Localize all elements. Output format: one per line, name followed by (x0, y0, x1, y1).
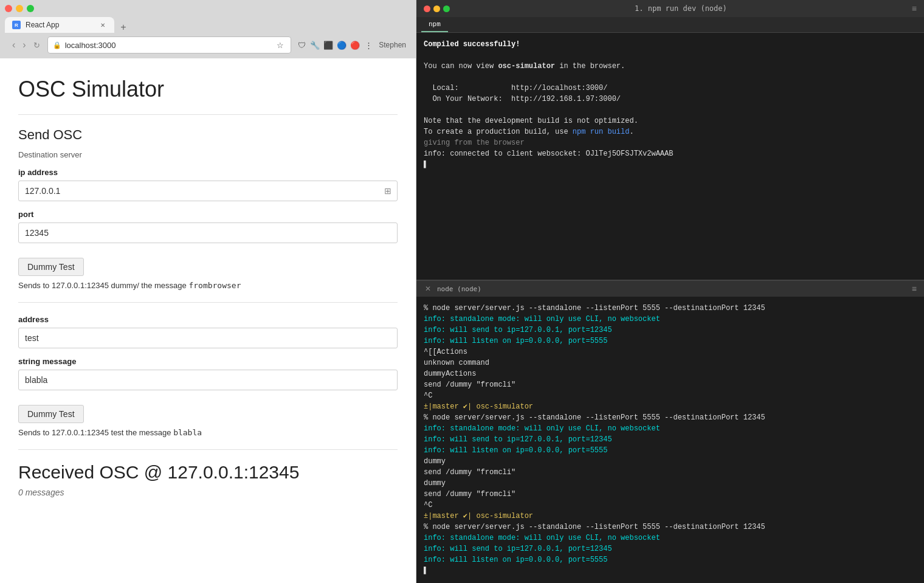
back-button[interactable]: ‹ (10, 38, 18, 52)
forward-button[interactable]: › (20, 38, 28, 52)
term1-menu-icon[interactable]: ≡ (912, 4, 917, 13)
divider-1 (18, 114, 398, 115)
port-input[interactable] (18, 223, 398, 243)
sends-code-1: frombrowser (188, 281, 241, 290)
send-osc-title: Send OSC (18, 127, 398, 143)
lock-icon: 🔒 (53, 41, 61, 49)
extension-icon-4[interactable]: 🔴 (350, 40, 360, 50)
sends-code-2: blabla (173, 428, 202, 437)
terminal-top: 1. npm run dev (node) ≡ npm Compiled suc… (416, 0, 924, 280)
string-message-label: string message (18, 357, 398, 366)
browser-tab-bar: R React App ✕ + (5, 17, 411, 33)
term1-min[interactable] (433, 5, 440, 12)
destination-server-group: Destination server (18, 150, 398, 159)
extension-icon-3[interactable]: 🔵 (336, 40, 347, 50)
port-label: port (18, 210, 398, 219)
divider-2 (18, 302, 398, 303)
terminal2-titlebar: ✕ node (node) ≡ (416, 281, 924, 297)
terminal-bottom: ✕ node (node) ≡ % node server/server.js … (416, 280, 924, 583)
ip-label: ip address (18, 168, 398, 177)
term1-tab-label: npm (429, 20, 441, 28)
dummy-test-button-1[interactable]: Dummy Test (18, 258, 84, 276)
terminal2-body: % node server/server.js --standalone --l… (416, 297, 924, 583)
dummy-test-button-2[interactable]: Dummy Test (18, 405, 84, 423)
browser-tab-react-app[interactable]: R React App ✕ (5, 17, 114, 33)
term2-menu-icon[interactable]: ≡ (912, 284, 917, 294)
port-group: port (18, 210, 398, 243)
terminal2-title: node (node) (437, 285, 907, 293)
terminal1-title: 1. npm run dev (node) (455, 4, 907, 13)
term1-max[interactable] (443, 5, 450, 12)
browser-content: OSC Simulator Send OSC Destination serve… (0, 58, 416, 583)
terminal1-body: Compiled successfully! You can now view … (416, 33, 924, 280)
tab-close-button[interactable]: ✕ (98, 21, 107, 29)
extension-icon-2[interactable]: ⬛ (323, 40, 334, 50)
address-input[interactable] (18, 328, 398, 348)
sends-label-2: Sends to 127.0.0.1:12345 test the messag… (18, 428, 398, 437)
terminal1-tab-bar: npm (416, 17, 924, 33)
reload-button[interactable]: ↻ (31, 38, 43, 52)
ip-input[interactable] (18, 181, 398, 201)
shield-icon[interactable]: 🛡 (296, 40, 307, 50)
browser-close-button[interactable] (5, 5, 12, 12)
tab-title: React App (26, 21, 94, 29)
more-button[interactable]: ⋮ (363, 40, 374, 50)
tab-favicon: R (12, 21, 21, 29)
browser-maximize-button[interactable] (27, 5, 34, 12)
new-tab-button[interactable]: + (118, 22, 129, 33)
address-group: address (18, 315, 398, 348)
user-avatar: Stephen (379, 41, 406, 49)
browser-minimize-button[interactable] (16, 5, 23, 12)
destination-label: Destination server (18, 150, 398, 159)
string-message-group: string message (18, 357, 398, 390)
term1-close[interactable] (424, 5, 430, 12)
terminal1-titlebar: 1. npm run dev (node) ≡ (416, 0, 924, 17)
nav-buttons: ‹ › ↻ (10, 38, 43, 52)
address-label: address (18, 315, 398, 324)
browser-chrome: R React App ✕ + ‹ › ↻ 🔒 localhost:3000 ☆… (0, 0, 416, 58)
extension-icon-1[interactable]: 🔧 (309, 40, 320, 50)
string-message-input[interactable] (18, 370, 398, 390)
zero-messages: 0 messages (18, 488, 398, 497)
browser-toolbar-icons: 🛡 🔧 ⬛ 🔵 🔴 ⋮ Stephen (296, 40, 406, 50)
address-bar[interactable]: 🔒 localhost:3000 ☆ (47, 36, 292, 53)
divider-3 (18, 449, 398, 450)
browser-address-bar: ‹ › ↻ 🔒 localhost:3000 ☆ 🛡 🔧 ⬛ 🔵 🔴 ⋮ Ste… (5, 33, 411, 58)
term1-traffic-lights (424, 5, 450, 12)
received-title: Received OSC @ 127.0.0.1:12345 (18, 462, 398, 483)
sends-text-1: Sends to 127.0.0.1:12345 dummy/ the mess… (18, 281, 188, 290)
sends-text-2: Sends to 127.0.0.1:12345 test the messag… (18, 428, 173, 437)
clipboard-icon: ⊞ (384, 186, 391, 196)
address-text: localhost:3000 (65, 41, 272, 50)
ip-address-group: ip address ⊞ (18, 168, 398, 201)
bookmark-icon[interactable]: ☆ (275, 40, 286, 50)
browser-window: R React App ✕ + ‹ › ↻ 🔒 localhost:3000 ☆… (0, 0, 416, 583)
term2-close[interactable]: ✕ (424, 285, 432, 293)
sends-label-1: Sends to 127.0.0.1:12345 dummy/ the mess… (18, 281, 398, 290)
terminal-panel: 1. npm run dev (node) ≡ npm Compiled suc… (416, 0, 924, 583)
term1-tab-npm[interactable]: npm (421, 17, 448, 32)
ip-input-wrap: ⊞ (18, 181, 398, 201)
app-title: OSC Simulator (18, 77, 398, 102)
browser-traffic-lights (5, 5, 411, 12)
